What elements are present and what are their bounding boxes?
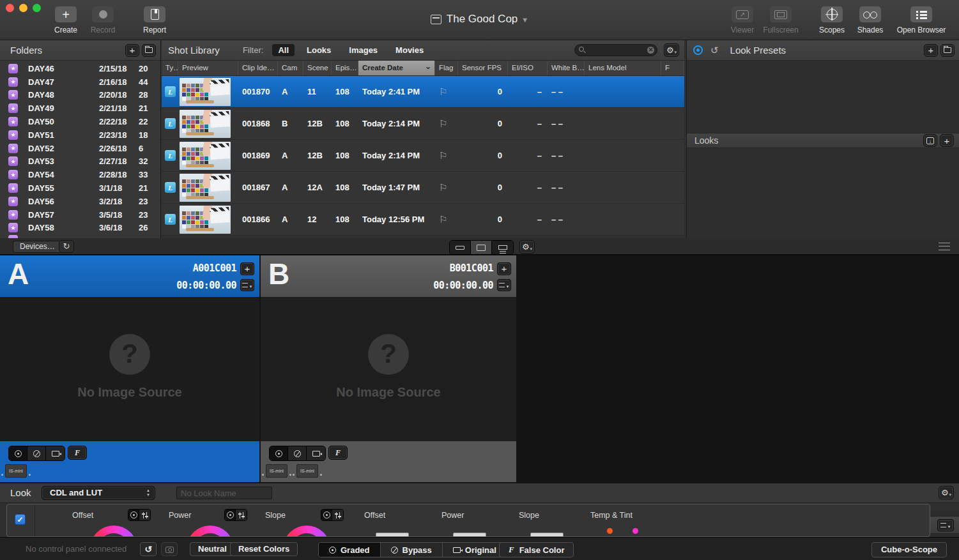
slot-b-options-button[interactable]: ▼ xyxy=(497,279,511,291)
graded-mode-button[interactable] xyxy=(270,446,288,460)
folder-row[interactable]: ★ DAY58 3/6/18 26 xyxy=(0,222,160,235)
flag-icon[interactable]: ⚐ xyxy=(439,182,447,193)
column-header[interactable]: Epis… xyxy=(332,61,358,75)
refresh-devices-button[interactable]: ↻ xyxy=(59,240,74,253)
menu-icon[interactable] xyxy=(939,243,950,250)
folder-row[interactable]: ★ DAY51 2/23/18 18 xyxy=(0,128,160,142)
color-wheel[interactable] xyxy=(283,526,330,537)
reset-button[interactable]: ↺ xyxy=(140,542,157,556)
slot-a-add-button[interactable]: + xyxy=(240,262,254,275)
viewer-settings-button[interactable]: ⚙▾ xyxy=(519,240,535,254)
look-mode-select[interactable]: CDL and LUT ▲▼ xyxy=(42,486,155,500)
cdl-value-field[interactable] xyxy=(453,533,486,537)
add-look-button[interactable]: + xyxy=(940,134,954,147)
open-browser-button[interactable]: Open Browser xyxy=(892,6,951,34)
folder-row[interactable]: ★ DAY50 2/22/18 22 xyxy=(0,115,160,128)
color-wheel[interactable] xyxy=(187,526,234,537)
slot-a-options-button[interactable]: ▼ xyxy=(240,279,254,291)
clip-row[interactable]: L 001869 A 12B 108 Today 2:14 PM xyxy=(162,140,684,172)
sliders-mode-button[interactable] xyxy=(236,510,247,520)
column-header[interactable]: Scene xyxy=(303,61,332,75)
close-window-button[interactable] xyxy=(6,4,14,12)
column-header[interactable]: White B… xyxy=(548,61,585,75)
clip-row[interactable]: L 001868 B 12B 108 Today 2:14 PM xyxy=(162,108,684,140)
clip-row[interactable]: L 001867 A 12A 108 Today 1:47 PM xyxy=(162,172,684,204)
folder-row[interactable]: ★ DAY46 2/15/18 20 xyxy=(0,62,160,75)
new-folder-group-button[interactable] xyxy=(142,44,156,57)
look-settings-button[interactable]: ⚙▾ xyxy=(939,486,954,499)
slot-b-header[interactable]: B B001C001 00:00:00.00 + ▼ xyxy=(261,255,516,297)
wheel-mode-button[interactable] xyxy=(225,510,236,520)
flag-icon[interactable]: ⚐ xyxy=(439,150,447,161)
folder-row[interactable]: ★ DAY54 2/28/18 33 xyxy=(0,168,160,181)
filter-tab[interactable]: All xyxy=(272,44,295,56)
filter-tab[interactable]: Movies xyxy=(390,44,429,56)
graded-mode-button[interactable]: Graded xyxy=(319,543,381,557)
device-chip[interactable]: IS-mini xyxy=(266,464,288,478)
column-header[interactable]: Flag xyxy=(435,61,458,75)
original-mode-button[interactable]: Original xyxy=(443,543,507,557)
import-look-button[interactable]: ↓ xyxy=(923,134,937,147)
shades-button[interactable]: Shades xyxy=(848,6,893,34)
flag-icon[interactable]: ⚐ xyxy=(439,214,447,225)
column-header[interactable]: Preview xyxy=(178,61,238,75)
slot-a-header[interactable]: A A001C001 00:00:00.00 + ▼ xyxy=(0,255,259,297)
folder-row[interactable]: ★ DAY57 3/5/18 23 xyxy=(0,208,160,222)
devices-button[interactable]: Devices… xyxy=(13,241,62,253)
cdl-value-field[interactable] xyxy=(376,533,409,537)
folder-row[interactable]: ★ DAY53 2/27/18 32 xyxy=(0,155,160,169)
color-wheel[interactable] xyxy=(90,526,137,537)
folder-row[interactable]: ★ DAY52 2/26/18 6 xyxy=(0,142,160,155)
slot-b-add-button[interactable]: + xyxy=(497,262,511,275)
graded-mode-button[interactable] xyxy=(9,446,27,460)
layout-full-button[interactable] xyxy=(471,241,492,254)
flag-icon[interactable]: ⚐ xyxy=(439,86,447,97)
folder-row[interactable]: ★ DAY48 2/20/18 28 xyxy=(0,89,160,102)
false-color-button[interactable]: FFalse Color xyxy=(499,542,574,557)
minimize-window-button[interactable] xyxy=(19,4,27,12)
clear-search-icon[interactable]: ✕ xyxy=(647,47,654,54)
folder-row[interactable]: ★ DAY55 3/1/18 21 xyxy=(0,181,160,195)
device-chip[interactable]: IS-mini xyxy=(5,464,27,478)
folder-row[interactable]: ★ DAY47 2/16/18 44 xyxy=(0,75,160,89)
folder-row[interactable]: ★ DAY49 2/21/18 21 xyxy=(0,102,160,115)
sliders-mode-button[interactable] xyxy=(139,510,150,520)
temp-dot-icon[interactable] xyxy=(607,528,613,534)
metadata-options-button[interactable]: ▼ xyxy=(937,519,954,531)
column-header[interactable]: Ty… xyxy=(162,61,178,75)
library-settings-button[interactable]: ⚙▾ xyxy=(664,43,679,57)
false-color-button[interactable]: F xyxy=(328,446,348,460)
flag-icon[interactable]: ⚐ xyxy=(439,118,447,129)
live-target-icon[interactable] xyxy=(693,45,703,55)
filter-tab[interactable]: Images xyxy=(343,44,383,56)
bypass-mode-button[interactable] xyxy=(27,446,46,460)
layout-single-button[interactable] xyxy=(450,241,471,254)
column-header[interactable]: Sensor FPS xyxy=(458,61,508,75)
cube-o-scope-button[interactable]: Cube-o-Scope xyxy=(871,542,947,557)
new-preset-group-button[interactable] xyxy=(940,44,955,57)
history-icon[interactable]: ↺ xyxy=(710,45,719,56)
original-mode-button[interactable] xyxy=(46,446,65,460)
zoom-window-button[interactable] xyxy=(33,4,41,12)
column-header[interactable]: F xyxy=(661,61,684,75)
original-mode-button[interactable] xyxy=(307,446,325,460)
sliders-mode-button[interactable] xyxy=(332,510,343,520)
wheel-mode-button[interactable] xyxy=(128,510,139,520)
clip-row[interactable]: L 001870 A 11 108 Today 2:41 PM xyxy=(162,76,684,108)
column-header[interactable]: Create Date xyxy=(358,61,435,75)
false-color-button[interactable]: F xyxy=(68,446,87,460)
folder-row[interactable]: ★ DAY56 3/2/18 23 xyxy=(0,195,160,208)
filter-tab[interactable]: Looks xyxy=(301,44,337,56)
look-name-input[interactable] xyxy=(176,487,272,499)
add-folder-button[interactable]: + xyxy=(125,44,139,57)
column-header[interactable]: EI/ISO xyxy=(508,61,548,75)
search-input[interactable] xyxy=(574,44,657,56)
column-header[interactable]: Cam xyxy=(278,61,303,75)
device-chip[interactable]: IS-mini xyxy=(296,464,318,478)
cdl-enabled-checkbox[interactable]: ✓ xyxy=(15,514,26,525)
bypass-mode-button[interactable]: Bypass xyxy=(381,543,443,557)
column-header[interactable]: Clip Ide… xyxy=(238,61,278,75)
reset-colors-button[interactable]: Reset Colors xyxy=(230,542,298,556)
cdl-value-field[interactable] xyxy=(530,533,564,537)
wheel-mode-button[interactable] xyxy=(321,510,332,520)
